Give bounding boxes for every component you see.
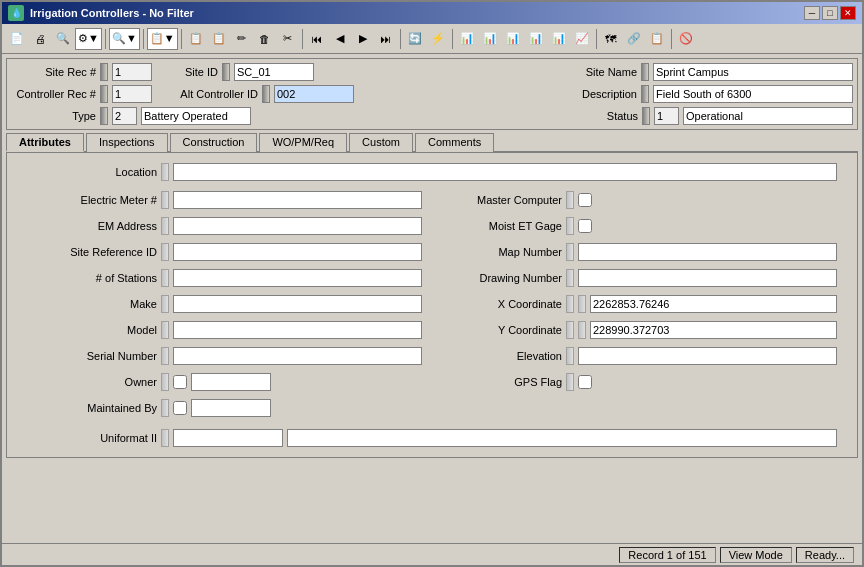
tab-custom[interactable]: Custom xyxy=(349,133,413,152)
num-stations-row: # of Stations xyxy=(27,267,422,289)
drawing-number-label: Drawing Number xyxy=(442,272,562,284)
owner-checkbox[interactable] xyxy=(173,375,187,389)
new-button[interactable]: 📄 xyxy=(6,28,28,50)
num-stations-input[interactable] xyxy=(173,269,422,287)
em-address-sep xyxy=(161,217,169,235)
electric-meter-label: Electric Meter # xyxy=(27,194,157,206)
maintained-by-input[interactable] xyxy=(191,399,271,417)
tab-construction[interactable]: Construction xyxy=(170,133,258,152)
tools-dropdown[interactable]: ⚙▼ xyxy=(75,28,102,50)
chart2-button[interactable]: 📊 xyxy=(479,28,501,50)
make-label: Make xyxy=(27,298,157,310)
drawing-number-row: Drawing Number xyxy=(442,267,837,289)
make-input[interactable] xyxy=(173,295,422,313)
next-record-button[interactable]: ▶ xyxy=(352,28,374,50)
cut-button[interactable]: ✂ xyxy=(277,28,299,50)
gps-flag-label: GPS Flag xyxy=(442,376,562,388)
chart3-button[interactable]: 📊 xyxy=(502,28,524,50)
view-dropdown[interactable]: 📋▼ xyxy=(147,28,178,50)
drawing-number-input[interactable] xyxy=(578,269,837,287)
last-record-button[interactable]: ⏭ xyxy=(375,28,397,50)
app-icon: 💧 xyxy=(8,5,24,21)
gps-flag-checkbox[interactable] xyxy=(578,375,592,389)
owner-input[interactable] xyxy=(191,373,271,391)
query-button[interactable]: ⚡ xyxy=(427,28,449,50)
moist-et-label: Moist ET Gage xyxy=(442,220,562,232)
site-name-input[interactable] xyxy=(653,63,853,81)
chart5-button[interactable]: 📊 xyxy=(548,28,570,50)
tab-inspections[interactable]: Inspections xyxy=(86,133,168,152)
type-num-input[interactable] xyxy=(112,107,137,125)
site-reference-sep xyxy=(161,243,169,261)
status-num-input[interactable] xyxy=(654,107,679,125)
master-computer-checkbox[interactable] xyxy=(578,193,592,207)
cancel-button[interactable]: 🚫 xyxy=(675,28,697,50)
copy-button[interactable]: 📋 xyxy=(185,28,207,50)
header-section: Site Rec # Site ID Site Name Controller … xyxy=(6,58,858,130)
report-button[interactable]: 📋 xyxy=(646,28,668,50)
paste-button[interactable]: 📋 xyxy=(208,28,230,50)
minimize-button[interactable]: ─ xyxy=(804,6,820,20)
form-area: Location Electric Meter # Master Compute… xyxy=(6,153,858,458)
chart4-button[interactable]: 📊 xyxy=(525,28,547,50)
uniformat-code-input[interactable] xyxy=(173,429,283,447)
maintained-by-checkbox[interactable] xyxy=(173,401,187,415)
sep1 xyxy=(105,29,106,49)
close-button[interactable]: ✕ xyxy=(840,6,856,20)
uniformat-desc-input[interactable] xyxy=(287,429,837,447)
em-address-input[interactable] xyxy=(173,217,422,235)
elevation-input[interactable] xyxy=(578,347,837,365)
y-coordinate-input[interactable] xyxy=(590,321,837,339)
chart6-button[interactable]: 📈 xyxy=(571,28,593,50)
uniformat-row: Uniformat II xyxy=(27,427,837,449)
map-number-label: Map Number xyxy=(442,246,562,258)
first-record-button[interactable]: ⏮ xyxy=(306,28,328,50)
alt-controller-input[interactable] xyxy=(274,85,354,103)
site-id-sep xyxy=(222,63,230,81)
num-stations-sep xyxy=(161,269,169,287)
site-rec-input[interactable] xyxy=(112,63,152,81)
prev-record-button[interactable]: ◀ xyxy=(329,28,351,50)
electric-meter-input[interactable] xyxy=(173,191,422,209)
sep4 xyxy=(302,29,303,49)
tab-attributes[interactable]: Attributes xyxy=(6,133,84,152)
sep6 xyxy=(452,29,453,49)
serial-number-input[interactable] xyxy=(173,347,422,365)
map-button[interactable]: 🗺 xyxy=(600,28,622,50)
x-coordinate-sep2 xyxy=(578,295,586,313)
chart1-button[interactable]: 📊 xyxy=(456,28,478,50)
moist-et-row: Moist ET Gage xyxy=(442,215,837,237)
gps-flag-sep xyxy=(566,373,574,391)
elevation-row: Elevation xyxy=(442,345,837,367)
link-button[interactable]: 🔗 xyxy=(623,28,645,50)
edit-button[interactable]: ✏ xyxy=(231,28,253,50)
refresh-button[interactable]: 🔄 xyxy=(404,28,426,50)
x-coordinate-label: X Coordinate xyxy=(442,298,562,310)
site-reference-row: Site Reference ID xyxy=(27,241,422,263)
tab-comments[interactable]: Comments xyxy=(415,133,494,152)
model-sep xyxy=(161,321,169,339)
elevation-label: Elevation xyxy=(442,350,562,362)
description-input[interactable] xyxy=(653,85,853,103)
search-button[interactable]: 🔍 xyxy=(52,28,74,50)
map-number-input[interactable] xyxy=(578,243,837,261)
moist-et-checkbox[interactable] xyxy=(578,219,592,233)
x-coordinate-input[interactable] xyxy=(590,295,837,313)
tab-wo-pm-req[interactable]: WO/PM/Req xyxy=(259,133,347,152)
print-button[interactable]: 🖨 xyxy=(29,28,51,50)
em-address-row: EM Address xyxy=(27,215,422,237)
type-value-input[interactable] xyxy=(141,107,251,125)
location-input[interactable] xyxy=(173,163,837,181)
serial-number-row: Serial Number xyxy=(27,345,422,367)
model-input[interactable] xyxy=(173,321,422,339)
type-sep xyxy=(100,107,108,125)
site-id-input[interactable] xyxy=(234,63,314,81)
controller-rec-input[interactable] xyxy=(112,85,152,103)
status-value-input[interactable] xyxy=(683,107,853,125)
delete-button[interactable]: 🗑 xyxy=(254,28,276,50)
filter-dropdown[interactable]: 🔍▼ xyxy=(109,28,140,50)
status-sep xyxy=(642,107,650,125)
site-name-label: Site Name xyxy=(567,66,637,78)
site-reference-input[interactable] xyxy=(173,243,422,261)
maximize-button[interactable]: □ xyxy=(822,6,838,20)
